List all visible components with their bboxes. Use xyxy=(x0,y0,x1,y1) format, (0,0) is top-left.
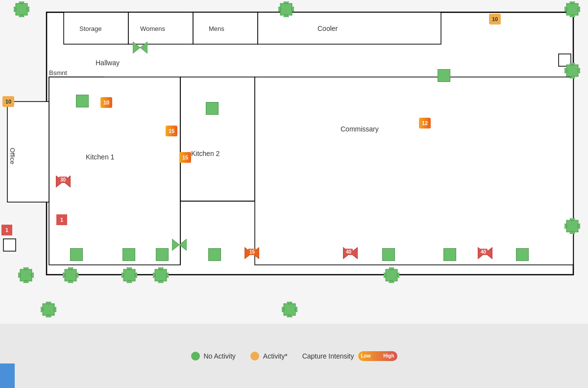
svg-marker-46 xyxy=(172,239,179,251)
badge-1-red-kitchen: 1 xyxy=(56,214,67,225)
sensor-puzzle-bot4[interactable] xyxy=(153,267,169,283)
svg-text:Cooler: Cooler xyxy=(318,25,338,32)
svg-rect-68 xyxy=(155,269,167,281)
svg-rect-83 xyxy=(284,304,295,315)
sensor-puzzle-rightside[interactable] xyxy=(564,63,580,78)
sensor-square-kitchen2-top[interactable] xyxy=(206,102,219,115)
svg-rect-48 xyxy=(566,220,578,232)
badge-15-bottom: 15 xyxy=(248,249,256,255)
svg-text:Mens: Mens xyxy=(209,25,224,32)
svg-rect-6 xyxy=(49,77,180,265)
legend-capture-intensity: Capture Intensity Low High xyxy=(302,351,397,361)
sensor-bowtie-hallway[interactable] xyxy=(133,42,147,53)
sensor-square-bottom7[interactable] xyxy=(516,248,529,261)
badge-1-red-leftwall: 1 xyxy=(1,225,12,235)
svg-rect-29 xyxy=(280,3,292,15)
badge-12-commissary: 12 xyxy=(419,118,431,129)
legend-activity-icon xyxy=(250,352,259,361)
sensor-bowtie-bottom-door[interactable] xyxy=(172,239,187,251)
badge-15-kitchen2: 15 xyxy=(179,152,191,163)
badge-10-kitchen: 10 xyxy=(100,97,112,108)
svg-marker-40 xyxy=(140,42,147,53)
sensor-square-kitchen[interactable] xyxy=(76,95,89,107)
svg-text:Womens: Womens xyxy=(140,25,166,32)
svg-text:Commissary: Commissary xyxy=(341,125,379,133)
badge-15-kitchen1a: 15 xyxy=(166,126,177,136)
svg-text:Kitchen 1: Kitchen 1 xyxy=(86,153,115,161)
legend-no-activity-label: No Activity xyxy=(204,352,236,360)
svg-text:Bsmnt: Bsmnt xyxy=(49,69,67,77)
svg-rect-41 xyxy=(566,65,578,77)
svg-rect-3 xyxy=(193,12,258,44)
legend-gradient-bar: Low High xyxy=(358,351,397,361)
sensor-puzzle-bot3[interactable] xyxy=(122,267,137,283)
floor-plan-svg: Storage Womens Mens Cooler Hallway Bsmnt… xyxy=(0,0,588,324)
svg-rect-73 xyxy=(386,269,397,281)
sensor-square-bottom1[interactable] xyxy=(70,248,83,261)
legend-activity: Activity* xyxy=(250,352,288,361)
svg-marker-39 xyxy=(133,42,140,53)
legend-area: No Activity Activity* Capture Intensity … xyxy=(0,324,588,388)
svg-rect-34 xyxy=(566,3,578,15)
legend-high-label: High xyxy=(383,353,394,359)
svg-text:Storage: Storage xyxy=(79,25,102,32)
svg-marker-47 xyxy=(179,239,187,251)
sensor-square-bottom2[interactable] xyxy=(122,248,135,261)
svg-rect-7 xyxy=(180,77,255,201)
legend-activity-label: Activity* xyxy=(263,352,288,360)
legend-capture-intensity-label: Capture Intensity xyxy=(302,352,354,360)
sensor-square-bottom6[interactable] xyxy=(443,248,456,261)
sensor-puzzle-topcenter[interactable] xyxy=(278,1,294,17)
floor-plan-area: Storage Womens Mens Cooler Hallway Bsmnt… xyxy=(0,0,588,324)
svg-text:Kitchen 2: Kitchen 2 xyxy=(191,150,220,157)
sensor-puzzle-topright[interactable] xyxy=(564,1,580,17)
sensor-square-bottom3[interactable] xyxy=(156,248,169,261)
svg-rect-24 xyxy=(16,3,27,15)
sensor-puzzle-topleft[interactable] xyxy=(14,1,29,17)
sensor-square-commissary[interactable] xyxy=(438,69,450,82)
legend-no-activity-icon xyxy=(191,352,200,361)
svg-rect-53 xyxy=(20,269,32,281)
svg-text:Hallway: Hallway xyxy=(96,59,120,67)
sensor-puzzle-farbot2[interactable] xyxy=(282,302,297,317)
svg-rect-8 xyxy=(255,77,573,265)
badge-10-topright: 10 xyxy=(489,14,501,25)
badge-30-kitchen: 30 xyxy=(59,177,67,183)
badge-10-leftedge: 10 xyxy=(2,96,14,107)
svg-rect-63 xyxy=(123,269,135,281)
badge-40-center: 40 xyxy=(344,249,353,255)
svg-text:Office: Office xyxy=(9,148,16,164)
badge-40-right: 40 xyxy=(479,249,488,255)
legend-no-activity: No Activity xyxy=(191,352,236,361)
sensor-puzzle-bot5[interactable] xyxy=(384,267,399,283)
svg-rect-11 xyxy=(3,239,16,251)
sensor-puzzle-bot2[interactable] xyxy=(63,267,78,283)
sensor-square-bottom5[interactable] xyxy=(382,248,395,261)
svg-rect-78 xyxy=(43,304,54,315)
sensor-puzzle-rightmid[interactable] xyxy=(564,218,580,234)
sensor-puzzle-farbot1[interactable] xyxy=(41,302,56,317)
sensor-square-bottom4[interactable] xyxy=(208,248,221,261)
legend-low-label: Low xyxy=(361,353,371,359)
sensor-puzzle-bot1[interactable] xyxy=(18,267,34,283)
blue-bar xyxy=(0,363,15,388)
svg-rect-58 xyxy=(65,269,76,281)
